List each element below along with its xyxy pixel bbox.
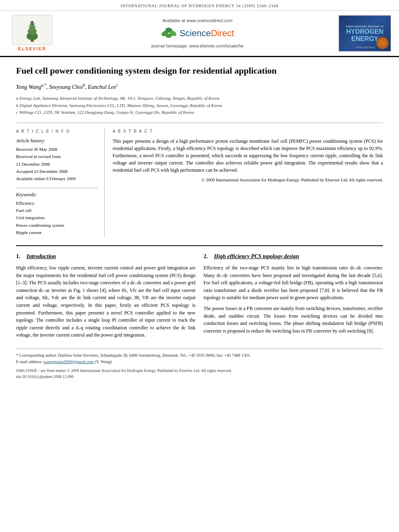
- elsevier-logo: ELSEVIER: [8, 15, 56, 52]
- article-history-label: Article history:: [16, 138, 98, 144]
- keyword-3: Grid integration: [16, 215, 98, 221]
- sd-small-text: ScienceDirect: [356, 45, 375, 49]
- received-date: Received 30 May 2008: [16, 146, 98, 152]
- center-banner: Available at www.sciencedirect.com Scien…: [56, 18, 339, 49]
- author-a-name: Yong Wang: [16, 84, 41, 90]
- abstract-text: This paper presents a design of a high p…: [113, 138, 383, 174]
- authors-line: Yong Wanga,*, Seeyoung Choib, Eunchul Le…: [16, 82, 383, 91]
- author-c-name: Eunchul Lee: [88, 84, 116, 90]
- keywords-section: Keywords: Efficiency Fuel cell Grid inte…: [16, 188, 98, 236]
- journal-homepage-text: journal homepage: www.elsevier.com/locat…: [64, 43, 331, 49]
- svg-point-5: [31, 21, 33, 23]
- body-col-right: 2. High efficiency PCS topology design E…: [204, 253, 383, 343]
- footnote-divider: [16, 349, 383, 349]
- affiliation-a: a Energy Lab, Samsung Advanced Institute…: [16, 95, 383, 102]
- doi-text: doi:10.1016/j.ijhydene.2008.12.090: [16, 374, 383, 380]
- email-label-text: E-mail address:: [16, 359, 43, 364]
- issn-text: 0360-3199/$ – see front matter © 2009 In…: [16, 368, 383, 374]
- hydrogen-intl-text: International Journal of: [346, 25, 383, 29]
- author-a-sup: a,*: [41, 83, 46, 87]
- sciencedirect-logo: ScienceDirect: [64, 26, 331, 41]
- affiliations: a Energy Lab, Samsung Advanced Institute…: [16, 95, 383, 116]
- author-b-name: Seeyoung Choi: [49, 84, 83, 90]
- section2-title: High efficiency PCS topology design: [214, 253, 299, 261]
- article-columns: A R T I C L E I N F O Article history: R…: [16, 123, 383, 237]
- available-text: Available at www.sciencedirect.com: [64, 18, 331, 24]
- section2-number: 2.: [204, 253, 210, 261]
- copyright-text: © 2009 International Association for Hyd…: [113, 177, 383, 183]
- hydrogen-circle-decor: [376, 37, 389, 49]
- abstract-panel: A B S T R A C T This paper presents a de…: [113, 129, 383, 237]
- abstract-section-title: A B S T R A C T: [113, 129, 383, 134]
- sciencedirect-text: ScienceDirect: [179, 27, 234, 40]
- paper-title: Fuel cell power conditioning system desi…: [16, 65, 383, 77]
- elsevier-tree-icon: [20, 21, 44, 43]
- email-suffix-text: (Y. Wang).: [94, 359, 113, 364]
- body-col-left: 1. Introduction High efficiency, low rip…: [16, 253, 195, 343]
- hydrogen-energy-logo: International Journal of HYDROGENENERGY …: [339, 15, 391, 51]
- keyword-1: Efficiency: [16, 200, 98, 206]
- article-info-title: A R T I C L E I N F O: [16, 129, 98, 134]
- corresponding-author-note: * Corresponding author. Danfoss Solar In…: [16, 352, 383, 359]
- section2-para2: The power losses in a FB converter are m…: [204, 305, 383, 335]
- email-note: E-mail address: wangqiqian2006@gmail.com…: [16, 359, 383, 365]
- available-online-date: Available online 6 February 2009: [16, 176, 98, 182]
- keyword-4: Power conditioning system: [16, 222, 98, 228]
- journal-header: INTERNATIONAL JOURNAL OF HYDROGEN ENERGY…: [0, 0, 399, 11]
- received-revised-label: Received in revised form: [16, 154, 98, 160]
- affiliation-b: b Digital Appliance Division, Samsung El…: [16, 102, 383, 109]
- keyword-2: Fuel cell: [16, 207, 98, 214]
- body-columns: 1. Introduction High efficiency, low rip…: [16, 245, 383, 343]
- paper-content: Fuel cell power conditioning system desi…: [0, 65, 399, 379]
- section1-heading: 1. Introduction: [16, 253, 195, 261]
- keyword-5: Ripple current: [16, 230, 98, 236]
- elsevier-logo-image: [12, 15, 52, 45]
- section1-title: Introduction: [27, 253, 56, 261]
- footnote-area: * Corresponding author. Danfoss Solar In…: [16, 352, 383, 380]
- email-link[interactable]: wangqiqian2006@gmail.com: [43, 359, 93, 364]
- author-b-sup: b: [83, 83, 85, 87]
- journal-name-text: INTERNATIONAL JOURNAL OF HYDROGEN ENERGY…: [120, 4, 278, 8]
- keywords-label: Keywords:: [16, 191, 98, 198]
- sd-leaves-icon: [161, 26, 177, 41]
- issn-line: 0360-3199/$ – see front matter © 2009 In…: [16, 368, 383, 380]
- section1-para1: High efficiency, low ripple current, inv…: [16, 264, 195, 339]
- section2-body: Efficiency of the two-stage PCS mainly l…: [204, 264, 383, 335]
- elsevier-brand-text: ELSEVIER: [18, 46, 46, 52]
- section2-heading: 2. High efficiency PCS topology design: [204, 253, 383, 261]
- revised-date: 21 December 2008: [16, 161, 98, 167]
- section2-para1: Efficiency of the two-stage PCS mainly l…: [204, 264, 383, 302]
- section1-number: 1.: [16, 253, 23, 261]
- logo-banner: ELSEVIER Available at www.sciencedirect.…: [0, 11, 399, 57]
- affiliation-c: c Willings CO., LTD, SK Ventium, 522 Dan…: [16, 109, 383, 116]
- accepted-date: Accepted 23 December 2008: [16, 168, 98, 175]
- corresponding-text: * Corresponding author. Danfoss Solar In…: [16, 353, 251, 357]
- section1-body: High efficiency, low ripple current, inv…: [16, 264, 195, 339]
- article-info-panel: A R T I C L E I N F O Article history: R…: [16, 129, 105, 237]
- author-c-sup: c: [116, 83, 118, 87]
